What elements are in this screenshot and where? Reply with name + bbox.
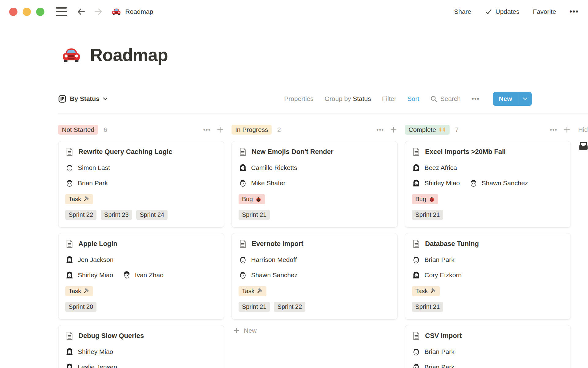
- column-count: 2: [277, 126, 281, 133]
- tag-label: Bug: [242, 196, 253, 203]
- card[interactable]: Database Tuning Brian Park Cory Etzkorn …: [405, 233, 571, 320]
- person-chip: Beez Africa: [412, 163, 457, 172]
- status-badge[interactable]: Complete: [405, 125, 450, 135]
- plus-icon: [233, 327, 240, 334]
- card[interactable]: Debug Slow Queries Shirley Miao Leslie J…: [58, 325, 224, 368]
- share-button[interactable]: Share: [454, 8, 471, 15]
- add-card-icon[interactable]: [390, 126, 398, 134]
- sidebar-toggle-icon[interactable]: [56, 7, 67, 16]
- person-name: Brian Park: [424, 363, 454, 368]
- person-chip: Jen Jackson: [65, 255, 114, 264]
- breadcrumb[interactable]: Roadmap: [111, 7, 153, 17]
- page-icon: [65, 240, 74, 248]
- avatar: [412, 179, 420, 187]
- person-chip: Shirley Miao: [65, 271, 113, 279]
- avatar: [65, 271, 74, 279]
- card[interactable]: Apple Login Jen Jackson Shirley Miao Iva…: [58, 233, 224, 320]
- person-chip: Simon Last: [65, 163, 110, 172]
- column-more-button[interactable]: •••: [550, 126, 557, 133]
- zoom-window-button[interactable]: [36, 8, 44, 16]
- column-count: 7: [455, 126, 459, 133]
- minimize-window-button[interactable]: [23, 8, 31, 16]
- group-by-button[interactable]: Group by Status: [325, 95, 371, 102]
- page-icon: [412, 148, 420, 156]
- window-more-button[interactable]: •••: [570, 8, 579, 16]
- page-title[interactable]: Roadmap: [90, 45, 168, 65]
- avatar: [239, 179, 247, 187]
- updates-button[interactable]: Updates: [485, 8, 519, 15]
- avatar: [469, 179, 478, 187]
- tag-task: Task: [65, 286, 93, 296]
- card-title: New Emojis Don't Render: [252, 148, 334, 156]
- avatar: [412, 347, 420, 356]
- column-not-started: Not Started 6 ••• Rewrite Query Caching …: [58, 123, 224, 368]
- filter-button[interactable]: Filter: [382, 95, 397, 102]
- card[interactable]: Evernote Import Harrison Medoff Shawn Sa…: [232, 233, 398, 320]
- status-badge[interactable]: In Progress: [232, 125, 272, 135]
- back-arrow-icon[interactable]: [77, 7, 86, 16]
- avatar: [65, 347, 74, 356]
- view-selector[interactable]: By Status: [58, 95, 107, 103]
- card[interactable]: Excel Imports >20Mb Fail Beez Africa Shi…: [405, 141, 571, 228]
- person-name: Brian Park: [424, 348, 454, 355]
- column-more-button[interactable]: •••: [377, 126, 384, 133]
- person-chip: Brian Park: [412, 255, 454, 264]
- kanban-board: Not Started 6 ••• Rewrite Query Caching …: [58, 123, 588, 368]
- column-header: In Progress 2 •••: [232, 123, 398, 136]
- sort-button[interactable]: Sort: [407, 95, 419, 102]
- card-title: Apple Login: [78, 240, 117, 248]
- person-chip: Harrison Medoff: [239, 255, 297, 264]
- avatar: [65, 363, 74, 368]
- traffic-lights: [9, 8, 44, 16]
- new-button[interactable]: New: [493, 92, 532, 106]
- search-button[interactable]: Search: [430, 95, 461, 102]
- toolbar-more-button[interactable]: •••: [472, 95, 480, 102]
- card[interactable]: Rewrite Query Caching Logic Simon Last B…: [58, 141, 224, 228]
- add-card-button[interactable]: New: [232, 325, 398, 336]
- person-chip: Shirley Miao: [65, 347, 113, 356]
- view-name: By Status: [70, 95, 100, 102]
- card[interactable]: New Emojis Don't Render Camille Ricketts…: [232, 141, 398, 228]
- avatar: [412, 163, 420, 172]
- person-name: Shawn Sanchez: [251, 271, 298, 279]
- board-view-icon: [58, 95, 66, 103]
- checkmark-icon: [485, 8, 492, 15]
- person-chip: Cory Etzkorn: [412, 271, 462, 279]
- add-card-icon[interactable]: [216, 126, 224, 134]
- card-title: Rewrite Query Caching Logic: [78, 148, 172, 156]
- person-chip: Leslie Jensen: [65, 363, 117, 368]
- add-card-icon[interactable]: [563, 126, 571, 134]
- person-name: Brian Park: [424, 256, 454, 263]
- tag-task: Task: [239, 286, 266, 296]
- person-name: Brian Park: [78, 179, 108, 187]
- card[interactable]: CSV Import Brian Park Brian Park: [405, 325, 571, 368]
- column-in-progress: In Progress 2 ••• New Emojis Don't Rende…: [232, 123, 398, 368]
- hidden-group-toggle[interactable]: N: [578, 141, 588, 151]
- page-header: Roadmap: [61, 45, 168, 65]
- favorite-button[interactable]: Favorite: [533, 8, 556, 15]
- tag-label: Task: [415, 288, 428, 295]
- status-badge[interactable]: Not Started: [58, 125, 98, 135]
- new-button-dropdown[interactable]: [518, 92, 532, 106]
- card-title: Excel Imports >20Mb Fail: [425, 148, 506, 156]
- tag-label: Bug: [415, 196, 426, 203]
- card-title: Evernote Import: [252, 240, 303, 248]
- red-car-icon: [111, 7, 121, 17]
- toolbar-divider: [58, 113, 588, 113]
- column-more-button[interactable]: •••: [203, 126, 211, 133]
- person-name: Cory Etzkorn: [424, 271, 462, 279]
- person-name: Harrison Medoff: [251, 256, 297, 263]
- sprint-tag: Sprint 22: [65, 210, 96, 220]
- page-icon: [412, 332, 420, 340]
- card-title: Database Tuning: [425, 240, 479, 248]
- card-title: CSV Import: [425, 332, 462, 340]
- hidden-columns-label: Hidde: [578, 123, 588, 136]
- close-window-button[interactable]: [9, 8, 17, 16]
- person-chip: Shawn Sanchez: [469, 179, 528, 187]
- new-button-label[interactable]: New: [493, 92, 518, 106]
- person-name: Camille Ricketts: [251, 164, 297, 171]
- red-car-icon[interactable]: [61, 45, 81, 65]
- ladybug-icon: [429, 196, 435, 202]
- avatar: [239, 255, 247, 264]
- properties-button[interactable]: Properties: [284, 95, 314, 102]
